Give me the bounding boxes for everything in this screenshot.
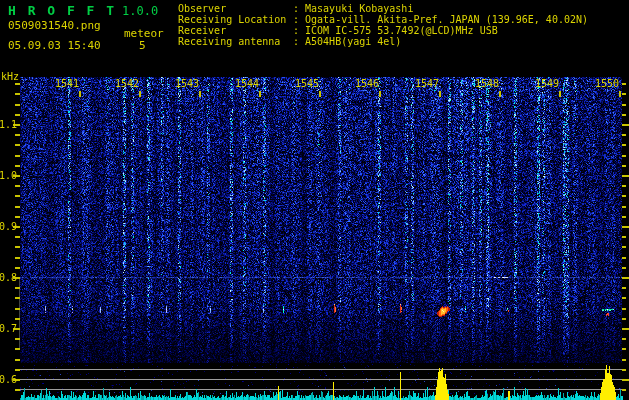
info-value: : Ogata-vill. Akita-Pref. JAPAN (139.96E… bbox=[293, 14, 588, 25]
time-tick-label: 1548 bbox=[475, 78, 501, 89]
info-row-receiver: Receiver: ICOM IC-575 53.7492(@LCD)MHz U… bbox=[178, 25, 588, 36]
freq-tick-label: 1.1 bbox=[0, 119, 15, 130]
app-title: H R O F F T bbox=[8, 3, 116, 18]
time-tick-label: 1545 bbox=[295, 78, 321, 89]
observation-datetime: 05.09.03 15:40 bbox=[8, 39, 101, 52]
freq-tick-label: 0.6 bbox=[0, 374, 15, 385]
info-row-antenna: Receiving antenna: A504HB(yagi 4el) bbox=[178, 36, 588, 47]
freq-tick-label: 0.7 bbox=[0, 323, 15, 334]
time-tick-label: 1546 bbox=[355, 78, 381, 89]
info-label: Receiving Location bbox=[178, 14, 293, 25]
station-info: Observer: Masayuki Kobayashi Receiving L… bbox=[178, 3, 588, 47]
freq-tick-label: 0.9 bbox=[0, 221, 15, 232]
info-value: : Masayuki Kobayashi bbox=[293, 3, 413, 14]
info-value: : A504HB(yagi 4el) bbox=[293, 36, 401, 47]
freq-axis-unit: kHz bbox=[1, 71, 19, 82]
info-row-location: Receiving Location: Ogata-vill. Akita-Pr… bbox=[178, 14, 588, 25]
time-tick-label: 1541 bbox=[55, 78, 81, 89]
spectrogram-plot bbox=[0, 0, 629, 400]
time-tick-label: 1542 bbox=[115, 78, 141, 89]
time-tick-label: 1544 bbox=[235, 78, 261, 89]
hrofft-window: H R O F F T 1.0.0 0509031540.png meteor … bbox=[0, 0, 629, 400]
time-tick-label: 1547 bbox=[415, 78, 441, 89]
freq-tick-label: 1.0 bbox=[0, 170, 15, 181]
time-tick-label: 1543 bbox=[175, 78, 201, 89]
time-tick-label: 1549 bbox=[535, 78, 561, 89]
app-version: 1.0.0 bbox=[122, 4, 158, 18]
info-label: Receiver bbox=[178, 25, 293, 36]
info-label: Receiving antenna bbox=[178, 36, 293, 47]
freq-tick-label: 0.8 bbox=[0, 272, 15, 283]
info-value: : ICOM IC-575 53.7492(@LCD)MHz USB bbox=[293, 25, 498, 36]
info-label: Observer bbox=[178, 3, 293, 14]
output-filename: 0509031540.png bbox=[8, 19, 101, 32]
meteor-count: 5 bbox=[139, 39, 146, 52]
time-tick-label: 1550 bbox=[595, 78, 621, 89]
info-row-observer: Observer: Masayuki Kobayashi bbox=[178, 3, 588, 14]
